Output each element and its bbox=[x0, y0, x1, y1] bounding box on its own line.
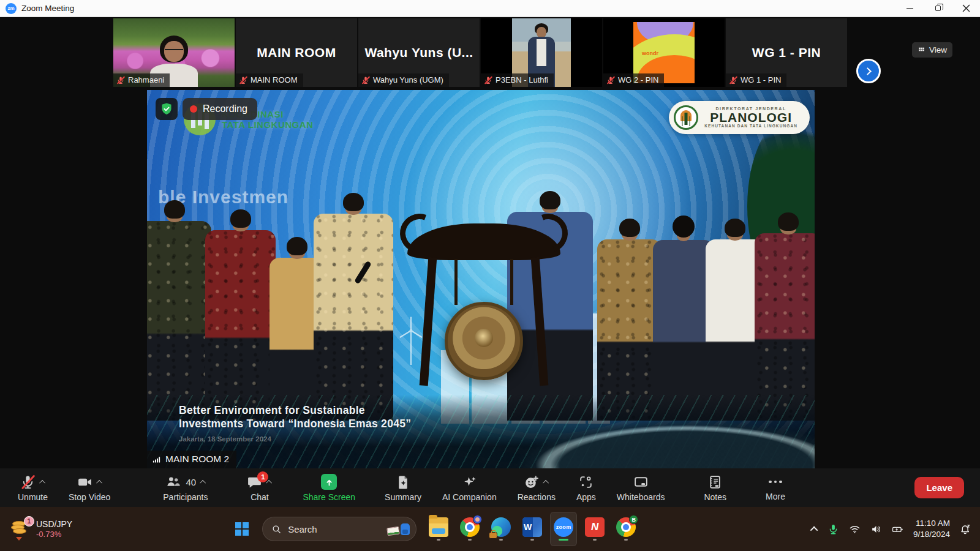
chevron-up-icon[interactable] bbox=[96, 479, 102, 485]
person-silhouette bbox=[314, 193, 393, 421]
participant-filmstrip: Rahmaeni MAIN ROOM MAIN ROOM Wahyu Yuns … bbox=[113, 18, 847, 87]
tray-overflow-chevron-icon[interactable] bbox=[810, 526, 818, 534]
active-speaker-label: MAIN ROOM 2 bbox=[147, 451, 236, 468]
nitro-icon: N bbox=[585, 517, 605, 537]
whiteboards-button[interactable]: Whiteboards bbox=[606, 468, 676, 507]
search-icon bbox=[271, 524, 282, 534]
participant-tile-main-room[interactable]: MAIN ROOM MAIN ROOM bbox=[236, 18, 357, 87]
windows-logo-icon bbox=[235, 522, 249, 536]
windows-taskbar: 1 USD/JPY -0.73% Search W zoom N bbox=[0, 507, 980, 551]
nitro-pdf-app[interactable]: N bbox=[581, 512, 608, 546]
leave-button[interactable]: Leave bbox=[914, 477, 964, 498]
chevron-up-icon[interactable] bbox=[543, 479, 549, 485]
whiteboard-icon bbox=[633, 474, 649, 490]
summary-button[interactable]: Summary bbox=[374, 468, 432, 507]
minimize-button[interactable] bbox=[895, 0, 924, 17]
ellipsis-icon bbox=[769, 474, 782, 490]
filmstrip-next-button[interactable] bbox=[856, 59, 881, 83]
chat-button[interactable]: Chat 1 bbox=[236, 468, 282, 507]
meeting-canvas: Rahmaeni MAIN ROOM MAIN ROOM Wahyu Yuns … bbox=[0, 17, 980, 468]
participant-name-label: P3EBN - Luthfi bbox=[481, 73, 554, 87]
currency-pair: USD/JPY bbox=[36, 519, 72, 530]
apps-icon bbox=[578, 474, 594, 490]
edge-app[interactable] bbox=[488, 512, 514, 546]
participants-button[interactable]: 40 Participants bbox=[153, 468, 218, 507]
event-caption: Better Environment for Sustainable Inves… bbox=[179, 404, 411, 443]
tray-mic-in-use-icon[interactable] bbox=[827, 523, 839, 535]
notifications-dnd-bell-icon[interactable] bbox=[960, 523, 971, 535]
chrome-profile-b-app[interactable]: B bbox=[612, 512, 639, 546]
zoom-icon: zoom bbox=[554, 517, 573, 537]
muted-mic-icon bbox=[729, 76, 737, 84]
notes-icon bbox=[707, 474, 723, 490]
profile-avatar-badge bbox=[473, 515, 482, 524]
reactions-button[interactable]: Reactions bbox=[507, 468, 566, 507]
mic-muted-icon bbox=[20, 474, 36, 490]
participant-name-label: WG 1 - PIN bbox=[726, 73, 786, 87]
close-icon bbox=[962, 4, 970, 12]
muted-mic-icon bbox=[361, 76, 370, 84]
window-title: Zoom Meeting bbox=[21, 4, 74, 13]
smiley-plus-icon bbox=[524, 474, 539, 490]
coins-icon: 1 bbox=[11, 520, 31, 538]
start-button[interactable] bbox=[230, 517, 254, 541]
minimize-icon bbox=[907, 8, 913, 9]
chrome-app[interactable] bbox=[456, 512, 483, 546]
person-silhouette bbox=[597, 219, 662, 421]
view-button[interactable]: View bbox=[912, 42, 952, 58]
stop-video-button[interactable]: Stop Video bbox=[58, 468, 121, 507]
chrome-icon bbox=[460, 517, 480, 537]
wifi-icon[interactable] bbox=[849, 523, 861, 535]
notes-button[interactable]: Notes bbox=[693, 468, 737, 507]
word-icon: W bbox=[522, 517, 542, 537]
more-button[interactable]: More bbox=[755, 468, 796, 507]
meeting-security-badge[interactable] bbox=[156, 98, 178, 120]
volume-icon[interactable] bbox=[870, 523, 882, 535]
recording-dot-icon bbox=[190, 105, 197, 113]
taskbar-search[interactable]: Search bbox=[262, 517, 417, 541]
participant-name-label: WG 2 - PIN bbox=[603, 73, 664, 87]
chevron-up-icon[interactable] bbox=[39, 479, 45, 485]
word-app[interactable]: W bbox=[519, 512, 546, 546]
unmute-button[interactable]: Unmute bbox=[7, 468, 58, 507]
participant-tile-rahmaeni[interactable]: Rahmaeni bbox=[113, 18, 235, 87]
share-screen-button[interactable]: Share Screen bbox=[292, 468, 366, 507]
search-highlight-art bbox=[387, 523, 412, 535]
recording-indicator: Recording bbox=[183, 98, 257, 120]
restore-button[interactable] bbox=[924, 0, 952, 17]
ai-companion-button[interactable]: AI Companion bbox=[432, 468, 507, 507]
file-explorer-app[interactable] bbox=[425, 512, 452, 546]
chevron-up-icon[interactable] bbox=[200, 479, 206, 485]
search-placeholder: Search bbox=[288, 524, 381, 534]
chrome-icon: B bbox=[616, 517, 636, 537]
participant-name-label: Rahmaeni bbox=[113, 73, 170, 87]
battery-charging-icon[interactable] bbox=[892, 523, 903, 535]
summary-doc-icon bbox=[396, 474, 411, 490]
backpack-icon bbox=[401, 523, 410, 535]
person-silhouette bbox=[147, 200, 211, 421]
participants-icon bbox=[165, 474, 181, 490]
participant-tile-wahyu[interactable]: Wahyu Yuns (U... Wahyu Yuns (UGM) bbox=[358, 18, 480, 87]
ministry-logo-icon bbox=[674, 105, 698, 130]
apps-button[interactable]: Apps bbox=[566, 468, 606, 507]
taskbar-clock[interactable]: 11:10 AM 9/18/2024 bbox=[913, 518, 950, 539]
planologi-banner: DIREKTORAT JENDERAL PLANOLOGI KEHUTANAN … bbox=[669, 101, 810, 134]
clock-time: 11:10 AM bbox=[913, 518, 950, 529]
participant-name-label: Wahyu Yuns (UGM) bbox=[358, 73, 449, 87]
zoom-app[interactable]: zoom bbox=[550, 512, 577, 546]
share-screen-icon bbox=[321, 474, 337, 490]
folder-icon bbox=[429, 517, 448, 537]
main-speaker-video: ble Investmen bbox=[147, 90, 815, 468]
participant-tile-wg1[interactable]: WG 1 - PIN WG 1 - PIN bbox=[726, 18, 847, 87]
zoom-app-logo: zm bbox=[6, 3, 17, 14]
taskbar-widget-usdjpy[interactable]: 1 USD/JPY -0.73% bbox=[11, 519, 72, 539]
sparkle-icon bbox=[462, 474, 477, 490]
participant-tile-p3ebn[interactable]: P3EBN - Luthfi bbox=[481, 18, 602, 87]
close-button[interactable] bbox=[952, 0, 980, 17]
chevron-up-icon[interactable] bbox=[266, 479, 273, 485]
gong bbox=[445, 302, 523, 380]
edge-icon bbox=[491, 517, 511, 537]
participants-count: 40 bbox=[186, 477, 197, 487]
participant-tile-wg2[interactable]: wondr WG 2 - PIN bbox=[603, 18, 725, 87]
currency-change: -0.73% bbox=[36, 530, 72, 539]
